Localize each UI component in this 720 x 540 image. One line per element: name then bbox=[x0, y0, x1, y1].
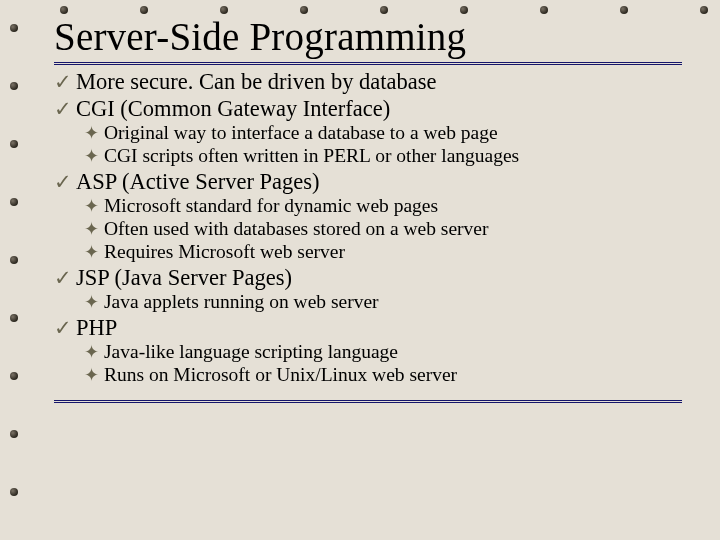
binding-hole-icon bbox=[460, 6, 468, 14]
bullet-level2: ✦Requires Microsoft web server bbox=[84, 241, 682, 263]
bullet-text: Runs on Microsoft or Unix/Linux web serv… bbox=[104, 364, 457, 386]
bullet-level1: ✓More secure. Can be driven by database bbox=[54, 69, 682, 94]
bullet-level2: ✦Java-like language scripting language bbox=[84, 341, 682, 363]
bullet-text: Java-like language scripting language bbox=[104, 341, 398, 363]
star-icon: ✦ bbox=[84, 242, 104, 262]
check-icon: ✓ bbox=[54, 70, 76, 94]
binding-hole-icon bbox=[10, 140, 18, 148]
bullet-level1: ✓CGI (Common Gateway Interface) bbox=[54, 96, 682, 121]
bullet-level2: ✦Runs on Microsoft or Unix/Linux web ser… bbox=[84, 364, 682, 386]
binding-hole-icon bbox=[620, 6, 628, 14]
bullet-text: More secure. Can be driven by database bbox=[76, 69, 436, 94]
binding-hole-icon bbox=[700, 6, 708, 14]
bullet-level2: ✦Original way to interface a database to… bbox=[84, 122, 682, 144]
binding-hole-icon bbox=[10, 488, 18, 496]
bullet-level1: ✓ASP (Active Server Pages) bbox=[54, 169, 682, 194]
bullet-level1: ✓PHP bbox=[54, 315, 682, 340]
slide: Server-Side Programming ✓More secure. Ca… bbox=[54, 14, 682, 510]
bullet-text: ASP (Active Server Pages) bbox=[76, 169, 320, 194]
star-icon: ✦ bbox=[84, 219, 104, 239]
binding-hole-icon bbox=[540, 6, 548, 14]
star-icon: ✦ bbox=[84, 146, 104, 166]
binding-hole-icon bbox=[10, 430, 18, 438]
star-icon: ✦ bbox=[84, 365, 104, 385]
binding-hole-icon bbox=[140, 6, 148, 14]
bullet-level2: ✦CGI scripts often written in PERL or ot… bbox=[84, 145, 682, 167]
binding-hole-icon bbox=[220, 6, 228, 14]
bullet-level2: ✦Microsoft standard for dynamic web page… bbox=[84, 195, 682, 217]
binding-hole-icon bbox=[10, 314, 18, 322]
binding-hole-icon bbox=[10, 372, 18, 380]
star-icon: ✦ bbox=[84, 123, 104, 143]
bullet-level1: ✓JSP (Java Server Pages) bbox=[54, 265, 682, 290]
binding-hole-icon bbox=[10, 198, 18, 206]
binding-hole-icon bbox=[10, 82, 18, 90]
bullet-text: Original way to interface a database to … bbox=[104, 122, 498, 144]
bullet-text: CGI (Common Gateway Interface) bbox=[76, 96, 390, 121]
binding-hole-icon bbox=[10, 24, 18, 32]
star-icon: ✦ bbox=[84, 196, 104, 216]
bullet-text: Java applets running on web server bbox=[104, 291, 379, 313]
bullet-level2: ✦Often used with databases stored on a w… bbox=[84, 218, 682, 240]
check-icon: ✓ bbox=[54, 170, 76, 194]
footer-rule bbox=[54, 400, 682, 403]
bullet-text: Requires Microsoft web server bbox=[104, 241, 345, 263]
bullet-text: Often used with databases stored on a we… bbox=[104, 218, 488, 240]
bullet-text: JSP (Java Server Pages) bbox=[76, 265, 292, 290]
star-icon: ✦ bbox=[84, 342, 104, 362]
check-icon: ✓ bbox=[54, 266, 76, 290]
bullet-level2: ✦Java applets running on web server bbox=[84, 291, 682, 313]
star-icon: ✦ bbox=[84, 292, 104, 312]
binding-hole-icon bbox=[60, 6, 68, 14]
bullet-list: ✓More secure. Can be driven by database✓… bbox=[54, 69, 682, 386]
bullet-text: CGI scripts often written in PERL or oth… bbox=[104, 145, 519, 167]
slide-title: Server-Side Programming bbox=[54, 14, 682, 65]
binding-hole-icon bbox=[10, 256, 18, 264]
check-icon: ✓ bbox=[54, 316, 76, 340]
bullet-text: Microsoft standard for dynamic web pages bbox=[104, 195, 438, 217]
check-icon: ✓ bbox=[54, 97, 76, 121]
binding-hole-icon bbox=[300, 6, 308, 14]
bullet-text: PHP bbox=[76, 315, 117, 340]
binding-hole-icon bbox=[380, 6, 388, 14]
